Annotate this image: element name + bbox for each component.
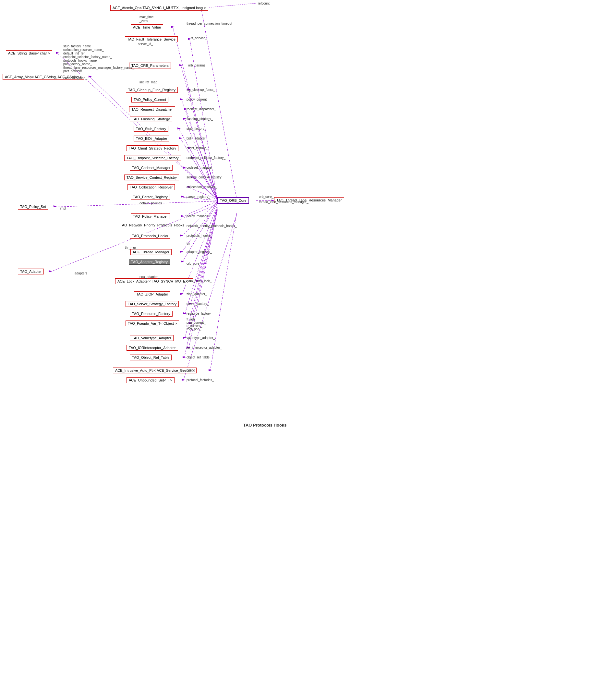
svg-marker-61	[181, 261, 184, 262]
label-default-init-ref: default_init_ref_	[63, 51, 86, 55]
svg-marker-66	[183, 312, 186, 314]
label-policy-current: policy_current_	[186, 98, 208, 101]
diagram-container: ACE_Atomic_Op< TAO_SYNCH_MUTEX, unsigned…	[0, 0, 616, 689]
svg-marker-64	[180, 293, 183, 295]
node-tao-flushing-strategy: TAO_Flushing_Strategy	[130, 116, 172, 122]
svg-marker-50	[179, 137, 182, 139]
label-parser-registry: parser_registry_	[186, 195, 210, 199]
label-underscore: _	[186, 238, 189, 241]
node-tao-codeset-manager: TAO_Codeset_Manager	[130, 165, 173, 171]
node-ace-intrusive-auto-ptr: ACE_Intrusive_Auto_Ptr< ACE_Service_Gest…	[113, 368, 197, 373]
svg-marker-42	[56, 52, 59, 54]
label-stub-factory: stub_factory_	[186, 127, 206, 130]
label-max-time: max_time	[139, 15, 153, 19]
svg-line-4	[173, 27, 217, 200]
label-protocol-factories: protocol_factories_	[186, 378, 214, 382]
node-tao-orb-parameters: TAO_ORB_Parameters	[129, 63, 171, 68]
svg-marker-59	[180, 235, 183, 237]
node-tao-server-strategy-factory: TAO_Server_Strategy_Factory	[126, 301, 179, 307]
label-valuetype-adapter: valuetype_adapter_	[186, 336, 215, 340]
svg-line-31	[191, 207, 217, 304]
label-request-dispatcher: request_dispatcher_	[186, 107, 216, 111]
node-tao-adapter: TAO_Adapter	[18, 269, 44, 274]
label-protocols-hooks-name: protocols_hooks_name_	[63, 59, 98, 62]
svg-marker-70	[183, 356, 186, 358]
svg-line-3	[201, 3, 256, 8]
label-orb-core: orb_core_	[259, 195, 273, 199]
node-tao-request-dispatcher: TAO_Request_Dispatcher	[129, 106, 175, 112]
node-tao-parser-registry: TAO_Parser_Registry	[131, 194, 170, 200]
svg-line-7	[181, 66, 217, 200]
label-service-context-registry: service_context_registry_	[186, 176, 223, 179]
label-collocation-resolver: collocation_resolver_	[186, 185, 217, 189]
label-adapter-registry: adapter_registry_	[186, 250, 212, 254]
svg-marker-57	[53, 205, 57, 207]
label-tao-protocols-hooks-detected: TAO Protocols Hooks	[243, 423, 286, 427]
node-tao-protocols-hooks: TAO_Protocols_Hooks	[130, 233, 170, 239]
node-tao-ior-interceptor-adapter: TAO_IORInterceptor_Adapter	[127, 345, 178, 351]
node-tao-fault-tolerance-service: TAO_Fault_Tolerance_Service	[125, 36, 178, 42]
svg-marker-58	[181, 215, 184, 217]
node-ace-thread-manager: ACE_Thread_Manager	[130, 249, 172, 255]
svg-marker-53	[183, 166, 186, 168]
label-collocation-resolver-name: collocation_resolver_name_	[63, 48, 104, 51]
label-endpoint-selector-factory: endpoint_selector_factory_	[186, 156, 225, 160]
label-init-ref-map: init_ref_map_	[139, 81, 159, 84]
label-thread-per-connection-timeout: thread_per_connection_timeout_	[186, 22, 234, 25]
svg-line-9	[189, 90, 217, 200]
label-poa-factory-name: poa_factory_name_	[63, 62, 92, 66]
svg-marker-56	[181, 196, 184, 198]
label-config: config_	[186, 369, 197, 372]
node-ace-unbounded-set: ACE_Unbounded_Set< T >	[127, 377, 175, 383]
node-tao-ziop-adapter: TAO_ZIOP_Adapter	[134, 291, 170, 297]
label-impl: impl_	[60, 207, 68, 210]
svg-marker-46	[180, 98, 183, 100]
label-refcount: refcount_	[258, 2, 271, 5]
node-tao-network-priority-protocols-hooks: TAO_Network_Priority_Protocols_Hooks	[120, 223, 184, 227]
label-orb-params: orb_params_	[188, 64, 207, 67]
node-tao-cleanup-func-registry: TAO_Cleanup_Func_Registry	[126, 87, 178, 93]
label-poa-adapter: poa_adapter_	[139, 275, 160, 279]
label-resource-factory: resource_factory_	[186, 312, 213, 315]
svg-line-24	[203, 201, 217, 226]
label-client-factory: client_factory_	[186, 146, 207, 150]
label-codeset-manager: codeset_manager_	[186, 166, 215, 169]
label-tm: tm_	[186, 242, 192, 245]
label-thr-mgr: thr_mgr_	[125, 246, 138, 249]
label-network-priority-protocols-hooks: network_priority_protocols_hooks_	[186, 224, 237, 228]
svg-marker-44	[89, 75, 92, 77]
label-adapters: adapters_	[74, 271, 89, 275]
node-tao-pseudo-var-t: TAO_Pseudo_Var_T< Object >	[126, 320, 179, 326]
label-default-policies: default_policies_	[139, 201, 164, 205]
svg-marker-48	[183, 118, 186, 120]
connection-arrows	[0, 0, 616, 689]
label-protocols-hooks: protocols_hooks_	[186, 234, 212, 238]
svg-marker-71	[208, 369, 212, 371]
node-tao-policy-set: TAO_Policy_Set	[18, 204, 48, 209]
label-stub-factory-name: stub_factory_name_	[63, 44, 93, 48]
svg-marker-49	[177, 128, 181, 129]
svg-marker-72	[182, 379, 185, 381]
label-object-ref-table: object_ref_table_	[186, 356, 212, 359]
node-tao-collocation-resolver: TAO_Collocation_Resolver	[128, 184, 175, 190]
node-tao-adapter-registry: TAO_Adapter_Registry	[129, 259, 170, 265]
node-tao-stub-factory: TAO_Stub_Factory	[134, 126, 168, 132]
node-ace-lock-adapter: ACE_Lock_Adapter< TAO_SYNCH_MUTEX >	[115, 278, 193, 284]
node-ace-string-base: ACE_String_Base< char >	[6, 50, 52, 56]
svg-line-22	[55, 201, 217, 207]
node-tao-bidir-adapter: TAO_BiDir_Adapter	[134, 136, 169, 141]
label-flushing-strategy: flushing_strategy_	[186, 117, 213, 121]
node-ace-atomic-op: ACE_Atomic_Op< TAO_SYNCH_MUTEX, unsigned…	[110, 5, 208, 11]
label-tss-cleanup-funcs: tss_cleanup_funcs_	[186, 88, 215, 91]
node-tao-policy-current: TAO_Policy_Current	[131, 97, 168, 103]
svg-marker-41	[188, 38, 191, 40]
label-pref-network: pref_network_	[63, 69, 84, 73]
node-tao-orb-core: TAO_ORB_Core	[217, 197, 249, 204]
svg-line-25	[182, 202, 217, 236]
node-tao-client-strategy-factory: TAO_Client_Strategy_Factory	[127, 145, 178, 151]
label-orb-core2: orb_core_	[186, 262, 201, 265]
svg-marker-40	[171, 26, 175, 28]
label-ziop-adapter: ziop_adapter_	[186, 292, 207, 296]
label-server-factory: server_factory_	[186, 302, 209, 306]
node-tao-endpoint-selector-factory: TAO_Endpoint_Selector_Factory	[124, 155, 181, 161]
